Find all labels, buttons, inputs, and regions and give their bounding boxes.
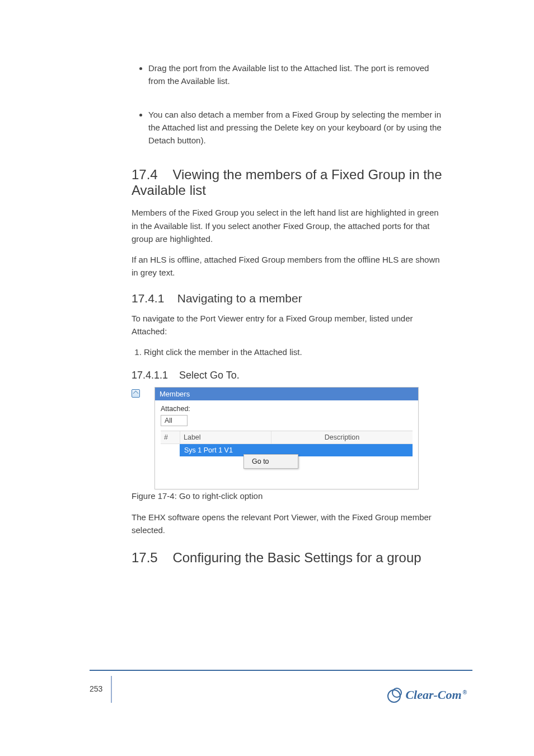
col-header-label[interactable]: Label: [180, 431, 271, 444]
nav-step-1: Right click the member in the Attached l…: [144, 346, 445, 358]
avail-members-paragraph: Members of the Fixed Group you select in…: [132, 206, 445, 245]
nav-intro-paragraph: To navigate to the Port Viewer entry for…: [132, 312, 445, 338]
top-bullet-list: Drag the port from the Available list to…: [132, 62, 445, 147]
section-title: Viewing the members of a Fixed Group in …: [132, 167, 442, 198]
footer-rule: [90, 670, 472, 671]
screenshot-figure: Members Attached: All # Label Descriptio…: [132, 387, 445, 489]
section-number: 17.4: [132, 167, 158, 182]
figure-caption: Figure 17-4: Go to right-click option: [132, 489, 445, 502]
section-heading-17-5: 17.5 Configuring the Basic Settings for …: [132, 550, 445, 566]
footer-divider: [111, 676, 112, 703]
port-viewer-opens-paragraph: The EHX software opens the relevant Port…: [132, 511, 445, 537]
clearcom-logo-text: Clear-Com®: [405, 688, 467, 702]
members-window: Members Attached: All # Label Descriptio…: [154, 387, 419, 489]
footer-logo: Clear-Com®: [387, 688, 467, 702]
attached-filter-select[interactable]: All: [161, 415, 188, 426]
sub-subsection-number: 17.4.1.1: [132, 370, 168, 381]
col-header-hash[interactable]: #: [161, 431, 180, 444]
section-number-17-5: 17.5: [132, 550, 158, 565]
bullet-item-1: Drag the port from the Available list to…: [148, 62, 445, 88]
section-title-17-5: Configuring the Basic Settings for a gro…: [172, 550, 421, 565]
cell-hash: [161, 444, 180, 456]
bullet-item-2: You can also detach a member from a Fixe…: [148, 108, 445, 147]
nav-steps-list: Right click the member in the Attached l…: [132, 346, 445, 358]
sub-subsection-heading: 17.4.1.1 Select Go To.: [132, 370, 445, 381]
sub-subsection-title: Select Go To.: [179, 370, 240, 381]
subsection-heading-17-4-1: 17.4.1 Navigating to a member: [132, 292, 445, 305]
context-menu: Go to: [243, 454, 298, 469]
hls-offline-paragraph: If an HLS is offline, attached Fixed Gro…: [132, 253, 445, 279]
clearcom-logo-icon: [387, 688, 402, 702]
subsection-title: Navigating to a member: [177, 292, 302, 305]
col-header-description[interactable]: Description: [271, 431, 413, 444]
subsection-number: 17.4.1: [132, 292, 164, 305]
grid-header-row: # Label Description: [161, 431, 413, 444]
window-titlebar: Members: [155, 388, 418, 400]
context-menu-goto[interactable]: Go to: [244, 455, 298, 468]
section-heading-17-4: 17.4 Viewing the members of a Fixed Grou…: [132, 167, 445, 198]
attached-label: Attached:: [161, 405, 413, 413]
grid-row-selected[interactable]: Sys 1 Port 1 V1 Go to: [161, 444, 413, 456]
footer-page-number: 253: [90, 684, 102, 693]
pin-icon[interactable]: [132, 389, 140, 398]
members-grid: # Label Description Sys 1 Port 1 V1 Go t…: [161, 431, 413, 481]
